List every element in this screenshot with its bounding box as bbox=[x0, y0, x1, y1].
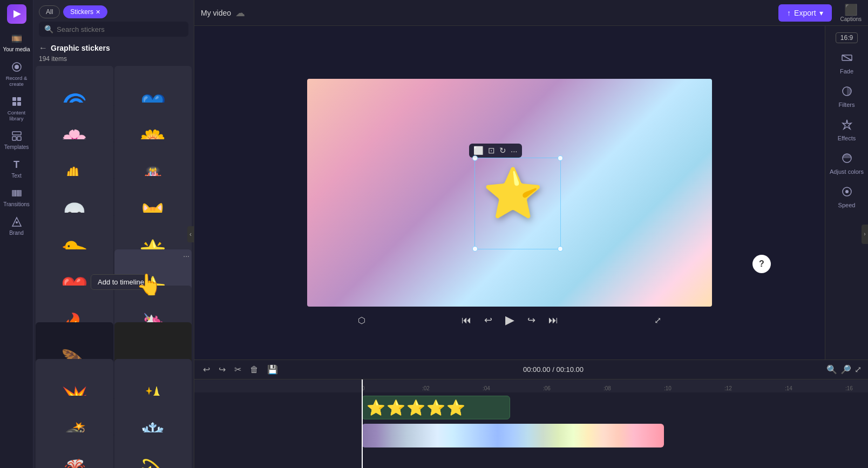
aspect-ratio-badge[interactable]: 16:9 bbox=[836, 32, 858, 43]
section-title: Graphic stickers bbox=[51, 44, 110, 52]
sidebar-item-your-media[interactable]: 🎞️ Your media bbox=[0, 28, 33, 57]
star-sticker[interactable]: ⭐ bbox=[483, 165, 543, 222]
search-icon: 🔍 bbox=[44, 25, 53, 33]
sidebar-item-templates[interactable]: Templates bbox=[0, 126, 33, 154]
rewind-button[interactable]: ↩ bbox=[482, 312, 494, 328]
adjust-colors-tool[interactable]: Adjust colors bbox=[825, 148, 868, 179]
ruler-mark-12: :12 bbox=[724, 385, 785, 392]
your-media-icon: 🎞️ bbox=[11, 32, 23, 44]
svg-rect-12 bbox=[15, 190, 18, 196]
templates-icon bbox=[11, 130, 23, 142]
refresh-toolbar-button[interactable]: ↻ bbox=[499, 146, 506, 155]
fade-icon bbox=[841, 52, 853, 66]
timeline-tracks: ⭐ ⭐ ⭐ ⭐ ⭐ bbox=[194, 392, 868, 468]
help-button[interactable]: ? bbox=[752, 255, 771, 273]
panel-top: All Stickers ✕ 🔍 bbox=[33, 0, 194, 40]
sidebar-item-brand[interactable]: Brand bbox=[0, 212, 33, 240]
track-star-3: ⭐ bbox=[406, 399, 425, 417]
section-header: ← Graphic stickers bbox=[33, 40, 194, 54]
redo-button[interactable]: ↪ bbox=[216, 363, 228, 376]
cloud-icon: ☁ bbox=[235, 7, 245, 19]
ruler-mark-16: :16 bbox=[845, 385, 868, 392]
svg-rect-6 bbox=[17, 102, 21, 106]
zoom-in-button[interactable]: 🔎 bbox=[840, 364, 851, 375]
sticker-track-clip[interactable]: ⭐ ⭐ ⭐ ⭐ ⭐ bbox=[362, 396, 510, 419]
text-icon: T bbox=[11, 159, 23, 171]
ruler-mark-6: :06 bbox=[543, 385, 603, 392]
stickers-panel: All Stickers ✕ 🔍 ← Graphic stickers 194 … bbox=[33, 0, 194, 468]
svg-rect-3 bbox=[12, 97, 16, 101]
video-track-clip[interactable] bbox=[362, 424, 664, 447]
play-button[interactable]: ▶ bbox=[503, 311, 517, 329]
transitions-icon bbox=[11, 187, 23, 199]
screenshot-button[interactable]: ⬡ bbox=[356, 313, 368, 328]
stickers-grid: 🌀 💙 🌸 🌼 ✋ 🎂 💀 🐱 🐤 🌟 ❤️ ⭐ ··· 🔥 🦄 🪶 LEVEL… bbox=[33, 66, 194, 468]
zoom-out-button[interactable]: 🔍 bbox=[826, 364, 837, 375]
save-to-clips-button[interactable]: 💾 bbox=[265, 363, 280, 376]
search-bar: 🔍 bbox=[39, 22, 188, 37]
svg-line-15 bbox=[842, 55, 852, 60]
sticker-selection[interactable]: ⬜ ⊡ ↻ ··· ⭐ bbox=[474, 144, 561, 252]
fade-tool[interactable]: Fade bbox=[825, 48, 868, 79]
track-star-5: ⭐ bbox=[446, 399, 465, 417]
search-input[interactable] bbox=[57, 25, 183, 33]
skip-forward-button[interactable]: ⏭ bbox=[546, 313, 560, 328]
video-area: ⬜ ⊡ ↻ ··· ⭐ bbox=[194, 26, 825, 360]
main-area: My video ☁ ↑ Export ▾ ⬛ Captions ⬜ bbox=[194, 0, 868, 468]
ruler-marks: 0 :02 :04 :06 :08 :10 :12 :14 :16 :18 bbox=[362, 379, 868, 392]
list-item[interactable]: 💫 bbox=[114, 432, 192, 468]
filters-tool[interactable]: Filters bbox=[825, 81, 868, 112]
list-item[interactable]: 🌋 bbox=[36, 432, 113, 468]
sidebar-item-content-library[interactable]: Contentlibrary bbox=[0, 91, 33, 126]
cut-button[interactable]: ✂ bbox=[232, 363, 243, 376]
loop-toolbar-button[interactable]: ⊡ bbox=[488, 146, 495, 155]
delete-button[interactable]: 🗑 bbox=[248, 364, 261, 376]
undo-button[interactable]: ↩ bbox=[201, 363, 212, 376]
svg-rect-4 bbox=[17, 97, 21, 101]
timeline-area: ↩ ↪ ✂ 🗑 💾 00:00.00 / 00:10.00 🔍 🔎 ⤢ 0 :0… bbox=[194, 360, 868, 468]
sidebar-item-record-create[interactable]: Record &create bbox=[0, 57, 33, 91]
canvas-container: ⬜ ⊡ ↻ ··· ⭐ bbox=[307, 79, 712, 307]
right-panel-collapse-button[interactable]: › bbox=[862, 225, 868, 244]
ruler-mark-2: :02 bbox=[422, 385, 483, 392]
forward-button[interactable]: ↪ bbox=[525, 312, 538, 328]
content-library-icon bbox=[11, 96, 23, 107]
sidebar-item-text[interactable]: T Text bbox=[0, 154, 33, 183]
record-create-icon bbox=[11, 61, 23, 73]
svg-point-13 bbox=[16, 221, 18, 223]
close-filter-icon[interactable]: ✕ bbox=[96, 9, 100, 16]
back-button[interactable]: ← bbox=[39, 43, 48, 53]
more-icon[interactable]: ··· bbox=[183, 252, 189, 260]
speed-tool[interactable]: Speed bbox=[825, 181, 868, 213]
timeline-wrapper: 0 :02 :04 :06 :08 :10 :12 :14 :16 :18 bbox=[194, 379, 868, 468]
zoom-controls: 🔍 🔎 ⤢ bbox=[826, 364, 862, 375]
selection-handle-bl[interactable] bbox=[472, 246, 478, 252]
ruler-mark-14: :14 bbox=[785, 385, 845, 392]
captions-button[interactable]: ⬛ Captions bbox=[840, 3, 862, 22]
selection-handle-tr[interactable] bbox=[558, 155, 563, 161]
selection-handle-br[interactable] bbox=[558, 246, 563, 252]
skip-back-button[interactable]: ⏮ bbox=[459, 313, 473, 328]
fit-timeline-button[interactable]: ⤢ bbox=[855, 364, 862, 375]
svg-rect-5 bbox=[12, 102, 16, 106]
more-toolbar-button[interactable]: ··· bbox=[511, 146, 518, 155]
crop-toolbar-button[interactable]: ⬜ bbox=[473, 146, 484, 155]
timeline-ruler: 0 :02 :04 :06 :08 :10 :12 :14 :16 :18 bbox=[194, 379, 868, 392]
sticker-track: ⭐ ⭐ ⭐ ⭐ ⭐ bbox=[362, 395, 868, 420]
svg-rect-8 bbox=[12, 137, 16, 140]
captions-icon: ⬛ bbox=[844, 3, 858, 16]
filters-icon bbox=[841, 85, 853, 100]
fullscreen-button[interactable]: ⤢ bbox=[652, 313, 663, 328]
filter-stickers-button[interactable]: Stickers ✕ bbox=[63, 5, 107, 18]
svg-marker-0 bbox=[13, 10, 21, 18]
export-button[interactable]: ↑ Export ▾ bbox=[778, 4, 831, 22]
sticker-toolbar: ⬜ ⊡ ↻ ··· bbox=[469, 144, 522, 158]
sidebar-item-transitions[interactable]: Transitions bbox=[0, 183, 33, 212]
video-controls: ⬡ ⏮ ↩ ▶ ↪ ⏭ ⤢ bbox=[307, 307, 712, 334]
adjust-colors-icon bbox=[841, 152, 853, 167]
selection-handle-tl[interactable] bbox=[472, 155, 478, 161]
filter-all-button[interactable]: All bbox=[39, 5, 60, 18]
effects-tool[interactable]: Effects bbox=[825, 114, 868, 146]
collapse-panel-button[interactable]: ‹ bbox=[187, 226, 194, 242]
playhead[interactable] bbox=[362, 379, 363, 392]
